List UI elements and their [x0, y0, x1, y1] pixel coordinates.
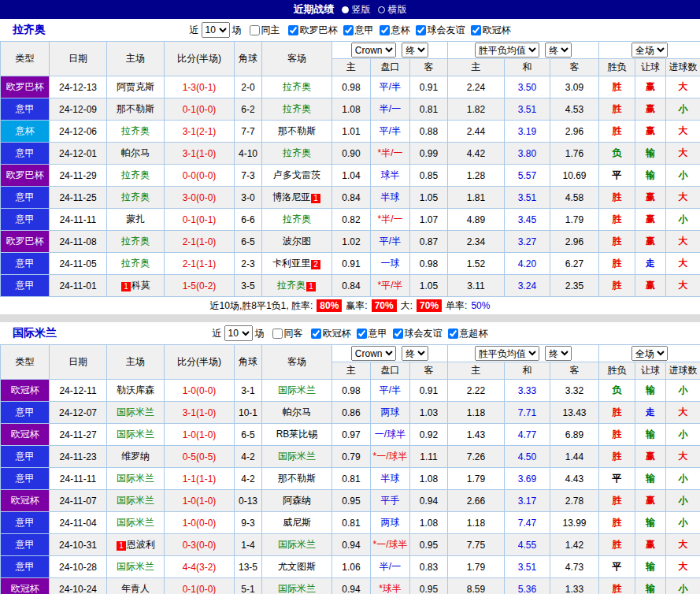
- team-name[interactable]: 国际米兰: [278, 451, 316, 462]
- competition-filter[interactable]: 意甲: [343, 24, 374, 37]
- odds-company-select[interactable]: Crown: [351, 346, 396, 361]
- avg-type-select[interactable]: 胜平负均值: [475, 346, 539, 361]
- team-name[interactable]: 那不勒斯: [117, 103, 154, 114]
- same-venue-checkbox[interactable]: [272, 329, 283, 339]
- team-name[interactable]: 蒙扎: [126, 213, 145, 225]
- score-link[interactable]: 0-0(0-0): [165, 165, 235, 187]
- score-link[interactable]: 3-0(0-0): [165, 187, 235, 209]
- score-link[interactable]: 3-1(1-0): [165, 402, 235, 424]
- score-link[interactable]: 1-1(1-1): [165, 468, 235, 490]
- team-name[interactable]: 国际米兰: [278, 539, 316, 550]
- team-name[interactable]: 帕尔马: [121, 147, 150, 158]
- team-name[interactable]: 恩波利: [127, 539, 155, 550]
- competition-checkbox[interactable]: [357, 329, 367, 339]
- avg-stage-select[interactable]: 终: [545, 346, 572, 361]
- team-name[interactable]: 那不勒斯: [278, 125, 316, 136]
- competition-filter[interactable]: 欧冠杯: [311, 327, 351, 340]
- match-count-select[interactable]: 10: [224, 325, 253, 341]
- team-name[interactable]: 国际米兰: [117, 429, 154, 440]
- team-name[interactable]: 拉齐奥: [121, 125, 150, 136]
- competition-checkbox[interactable]: [311, 329, 321, 339]
- team-name[interactable]: 尤文图斯: [278, 561, 316, 572]
- score-link[interactable]: 1-5(0-2): [165, 275, 235, 297]
- same-venue-filter[interactable]: 同客: [272, 327, 303, 340]
- competition-filter[interactable]: 欧冠杯: [471, 24, 511, 37]
- competition-filter[interactable]: 意甲: [357, 327, 387, 340]
- competition-filter[interactable]: 意杯: [380, 24, 410, 37]
- competition-filter[interactable]: 球会友谊: [393, 327, 443, 340]
- team-name[interactable]: 博洛尼亚: [272, 191, 310, 202]
- score-link[interactable]: 1-0(1-0): [165, 490, 235, 512]
- score-link[interactable]: 0-1(0-0): [165, 578, 235, 594]
- team-name[interactable]: 拉齐奥: [283, 81, 311, 92]
- team-name[interactable]: 波尔图: [283, 236, 311, 247]
- team-name[interactable]: 拉齐奥: [121, 191, 150, 202]
- team-name[interactable]: 国际米兰: [278, 583, 316, 594]
- odds-company-select[interactable]: Crown: [351, 43, 396, 58]
- team-name[interactable]: 国际米兰: [117, 495, 154, 506]
- score-link[interactable]: 1-3(0-1): [165, 76, 235, 98]
- team-name[interactable]: RB莱比锡: [276, 429, 318, 440]
- competition-checkbox[interactable]: [448, 329, 458, 339]
- team-name[interactable]: 国际米兰: [278, 384, 316, 395]
- odds-stage-select[interactable]: 终: [402, 43, 428, 58]
- team-name[interactable]: 拉齐奥: [121, 236, 150, 247]
- score-link[interactable]: 1-0(1-0): [165, 424, 235, 446]
- scope-select[interactable]: 全场: [631, 346, 668, 361]
- avg-type-select[interactable]: 胜平负均值: [475, 43, 539, 58]
- radio-selected-icon[interactable]: [342, 6, 349, 13]
- match-count-select[interactable]: 10: [202, 22, 230, 38]
- same-venue-filter[interactable]: 同主: [250, 24, 280, 37]
- team-name[interactable]: 国际米兰: [117, 561, 154, 572]
- team-name[interactable]: 阿贾克斯: [117, 81, 154, 92]
- team-name[interactable]: 威尼斯: [283, 517, 311, 528]
- score-link[interactable]: 2-1(1-1): [165, 253, 235, 275]
- team-name[interactable]: 拉齐奥: [277, 280, 306, 291]
- competition-checkbox[interactable]: [380, 25, 390, 35]
- team-name[interactable]: 拉齐奥: [121, 258, 150, 269]
- team-name[interactable]: 维罗纳: [121, 451, 150, 462]
- team-name-header[interactable]: 国际米兰: [13, 326, 57, 340]
- score-link[interactable]: 4-4(3-2): [165, 556, 235, 578]
- score-link[interactable]: 1-0(0-0): [165, 380, 235, 402]
- team-name[interactable]: 国际米兰: [117, 473, 154, 484]
- team-name[interactable]: 勒沃库森: [117, 384, 154, 395]
- odds-stage-select[interactable]: 终: [402, 346, 428, 361]
- scope-select[interactable]: 全场: [631, 43, 668, 58]
- competition-filter[interactable]: 球会友谊: [416, 24, 465, 37]
- score-link[interactable]: 3-1(1-0): [165, 143, 235, 165]
- competition-checkbox[interactable]: [393, 329, 403, 339]
- team-name[interactable]: 国际米兰: [117, 407, 154, 418]
- competition-checkbox[interactable]: [343, 25, 354, 35]
- team-name[interactable]: 卢多戈雷茨: [273, 169, 320, 180]
- team-name[interactable]: 年青人: [121, 583, 150, 594]
- score-link[interactable]: 0-3(0-0): [165, 534, 235, 556]
- score-link[interactable]: 0-1(0-1): [165, 209, 235, 231]
- team-name[interactable]: 国际米兰: [117, 517, 154, 528]
- team-name[interactable]: 阿森纳: [283, 495, 311, 506]
- team-name[interactable]: 拉齐奥: [121, 169, 150, 180]
- competition-filter[interactable]: 意超杯: [448, 327, 488, 340]
- team-name[interactable]: 拉齐奥: [283, 147, 311, 158]
- competition-checkbox[interactable]: [416, 25, 426, 35]
- team-name[interactable]: 卡利亚里: [272, 258, 310, 269]
- competition-filter[interactable]: 欧罗巴杯: [288, 24, 338, 37]
- avg-stage-select[interactable]: 终: [545, 43, 572, 58]
- competition-checkbox[interactable]: [288, 25, 298, 35]
- team-name-header[interactable]: 拉齐奥: [13, 23, 46, 37]
- score-link[interactable]: 0-5(0-5): [165, 446, 235, 468]
- team-name[interactable]: 科莫: [131, 280, 150, 291]
- team-name[interactable]: 拉齐奥: [283, 103, 311, 114]
- score-link[interactable]: 1-0(0-0): [165, 512, 235, 534]
- layout-radio-vertical[interactable]: 竖版: [342, 3, 371, 17]
- competition-checkbox[interactable]: [471, 25, 481, 35]
- team-name[interactable]: 那不勒斯: [278, 473, 316, 484]
- radio-unselected-icon[interactable]: [378, 6, 385, 13]
- layout-radio-horizontal[interactable]: 横版: [378, 3, 407, 17]
- score-link[interactable]: 3-1(2-1): [165, 121, 235, 143]
- score-link[interactable]: 0-1(0-0): [165, 98, 235, 121]
- team-name[interactable]: 帕尔马: [283, 407, 311, 418]
- score-link[interactable]: 2-1(1-0): [165, 231, 235, 253]
- same-venue-checkbox[interactable]: [250, 25, 260, 35]
- team-name[interactable]: 拉齐奥: [283, 213, 311, 225]
